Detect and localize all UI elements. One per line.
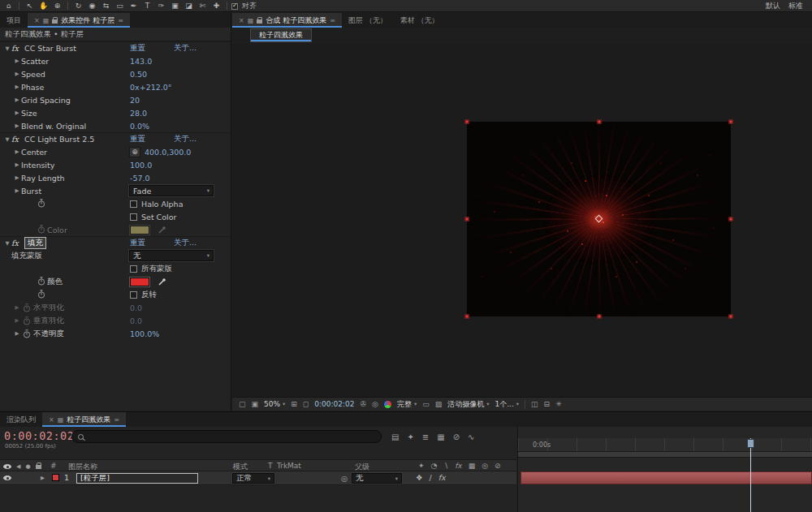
stopwatch-icon[interactable] <box>37 199 45 208</box>
selection-handle[interactable] <box>465 217 469 222</box>
property-row-phase[interactable]: ▶ Phase 0x+212.0° <box>0 80 231 93</box>
graph-editor-icon[interactable]: ∿ <box>468 432 474 441</box>
parent-dropdown[interactable]: 无 ▾ <box>352 473 402 484</box>
camera-tool-icon[interactable]: ◉ <box>86 1 98 11</box>
twirl-closed-icon[interactable]: ▶ <box>13 148 21 155</box>
effect-header-fill[interactable]: ▼ fx 填充 重置 关于... <box>0 236 231 249</box>
property-value[interactable]: 100.0% <box>130 329 159 338</box>
quality-icon[interactable]: ∕ <box>430 473 432 482</box>
puppet-tool-icon[interactable]: ✚ <box>210 1 222 11</box>
close-icon[interactable]: × <box>49 416 54 424</box>
effect-header-cc-light-burst[interactable]: ▼ fx CC Light Burst 2.5 重置 关于... <box>0 132 231 145</box>
tab-render-queue[interactable]: 渲染队列 <box>0 412 42 427</box>
tab-composition[interactable]: × ▦ 合成 粒子四溅效果 ≡ <box>232 13 342 28</box>
motion-blur-icon[interactable]: ⊘ <box>453 432 460 441</box>
twirl-closed-icon[interactable]: ▶ <box>13 58 21 64</box>
property-row-opacity[interactable]: ▶ 不透明度 100.0% <box>0 327 231 340</box>
selection-handle[interactable] <box>597 315 601 319</box>
hand-tool-icon[interactable]: ✋ <box>37 1 50 11</box>
property-row-size[interactable]: ▶ Size 28.0 <box>0 106 231 119</box>
tab-timeline-comp[interactable]: × ▦ 粒子四溅效果 ≡ <box>42 412 126 427</box>
property-row-speed[interactable]: ▶ Speed 0.50 <box>0 67 231 80</box>
twirl-closed-icon[interactable]: ▶ <box>13 84 21 90</box>
property-value[interactable]: 28.0 <box>130 109 147 118</box>
about-link[interactable]: 关于... <box>174 238 197 248</box>
twirl-closed-icon[interactable]: ▶ <box>41 475 45 481</box>
property-value[interactable]: 100.0 <box>130 161 152 170</box>
view-count-dropdown[interactable]: 1个... ▾ <box>495 399 520 410</box>
stopwatch-icon[interactable] <box>37 225 45 234</box>
selection-handle[interactable] <box>465 315 469 319</box>
reset-link[interactable]: 重置 <box>130 238 145 248</box>
pixel-aspect-icon[interactable]: ▣ <box>252 401 259 408</box>
lock-icon[interactable] <box>52 19 58 24</box>
effect-header-cc-star-burst[interactable]: ▼ fx CC Star Burst 重置 关于... <box>0 41 231 54</box>
selection-handle[interactable] <box>729 120 733 124</box>
brush-tool-icon[interactable]: ✑ <box>155 1 167 11</box>
selection-handle[interactable] <box>597 120 601 124</box>
layer-row[interactable]: ▶ 1 [粒子层] 正常 ▾ ◎ 无 ▾ ❖ ∕ fx <box>0 471 516 485</box>
pan-behind-tool-icon[interactable]: ⇆ <box>100 1 112 11</box>
all-masks-checkbox[interactable] <box>130 265 137 273</box>
property-value[interactable]: 20 <box>130 96 140 105</box>
camera-dropdown[interactable]: 活动摄像机 ▾ <box>447 399 489 410</box>
fx-badge-icon[interactable]: fx <box>11 239 24 247</box>
close-icon[interactable]: × <box>239 17 244 24</box>
property-row-invert[interactable]: 反转 <box>0 288 231 301</box>
transparency-grid-icon[interactable]: ▨ <box>435 401 443 408</box>
twirl-closed-icon[interactable]: ▶ <box>13 71 21 77</box>
mask-visibility-icon[interactable]: ◻ <box>303 401 309 408</box>
stopwatch-icon[interactable] <box>37 290 45 299</box>
workspace-standard-button[interactable]: 标准 <box>788 1 803 11</box>
pick-whip-icon[interactable]: ◎ <box>341 474 348 483</box>
selection-tool-icon[interactable]: ↖ <box>24 1 36 11</box>
eraser-tool-icon[interactable]: ◪ <box>183 1 195 11</box>
twirl-open-icon[interactable]: ▼ <box>3 240 11 247</box>
twirl-closed-icon[interactable]: ▶ <box>13 187 21 194</box>
layer-label-chip[interactable] <box>52 474 59 481</box>
twirl-closed-icon[interactable]: ▶ <box>13 110 21 116</box>
pen-tool-icon[interactable]: ✒ <box>127 1 140 11</box>
region-of-interest-icon[interactable]: ▭ <box>422 401 430 408</box>
twirl-closed-icon[interactable]: ▶ <box>13 123 21 129</box>
property-row-halo-alpha[interactable]: Halo Alpha <box>0 197 231 210</box>
property-value[interactable]: 143.0 <box>130 57 152 66</box>
fx-icon[interactable]: fx <box>438 473 446 482</box>
property-row-ray-length[interactable]: ▶ Ray Length -57.0 <box>0 171 231 184</box>
twirl-closed-icon[interactable]: ▶ <box>13 161 21 168</box>
property-row-set-color[interactable]: Set Color <box>0 210 231 223</box>
property-row-horizontal-feather[interactable]: ▶ 水平羽化 0.0 <box>0 301 231 314</box>
stopwatch-icon[interactable] <box>23 303 31 312</box>
property-value[interactable]: 0.0 <box>130 316 142 325</box>
selection-handle[interactable] <box>465 120 469 124</box>
reset-link[interactable]: 重置 <box>130 43 145 54</box>
align-checkbox[interactable] <box>231 3 238 10</box>
property-row-grid-spacing[interactable]: ▶ Grid Spacing 20 <box>0 93 231 106</box>
property-value[interactable]: 400.0,300.0 <box>145 148 191 157</box>
color-swatch[interactable] <box>130 278 149 286</box>
exposure-icon[interactable]: ✳ <box>555 401 562 408</box>
twirl-open-icon[interactable]: ▼ <box>3 45 11 52</box>
property-value[interactable]: 0x+212.0° <box>130 83 172 92</box>
property-row-fill-mask[interactable]: 填充蒙版 无 ▾ <box>0 249 231 262</box>
about-link[interactable]: 关于... <box>174 43 197 54</box>
invert-checkbox[interactable] <box>130 291 137 299</box>
viewer-subtab-composition[interactable]: 粒子四溅效果 <box>250 28 312 42</box>
property-value[interactable]: 0.0% <box>130 122 149 131</box>
layer-duration-bar[interactable] <box>520 471 812 484</box>
reset-link[interactable]: 重置 <box>130 134 145 144</box>
close-icon[interactable]: × <box>34 17 40 24</box>
snapshot-icon[interactable]: ✇ <box>361 401 367 408</box>
layer-name-field[interactable]: [粒子层] <box>76 473 198 484</box>
orbit-tool-icon[interactable]: ↻ <box>72 1 84 11</box>
property-row-fill-color[interactable]: 颜色 <box>0 275 231 288</box>
current-timecode[interactable]: 0:00:02:02 <box>4 429 74 442</box>
show-snapshot-icon[interactable]: ◎ <box>372 401 378 408</box>
twirl-closed-icon[interactable]: ▶ <box>13 174 21 181</box>
collapse-icon[interactable]: ❖ <box>416 473 423 482</box>
point-picker-icon[interactable]: ⊕ <box>129 147 140 157</box>
tab-project[interactable]: 项目 <box>0 13 28 28</box>
tab-layer[interactable]: 图层 （无） <box>342 13 394 28</box>
eye-icon[interactable] <box>3 475 11 480</box>
fx-badge-icon[interactable]: fx <box>11 135 24 144</box>
